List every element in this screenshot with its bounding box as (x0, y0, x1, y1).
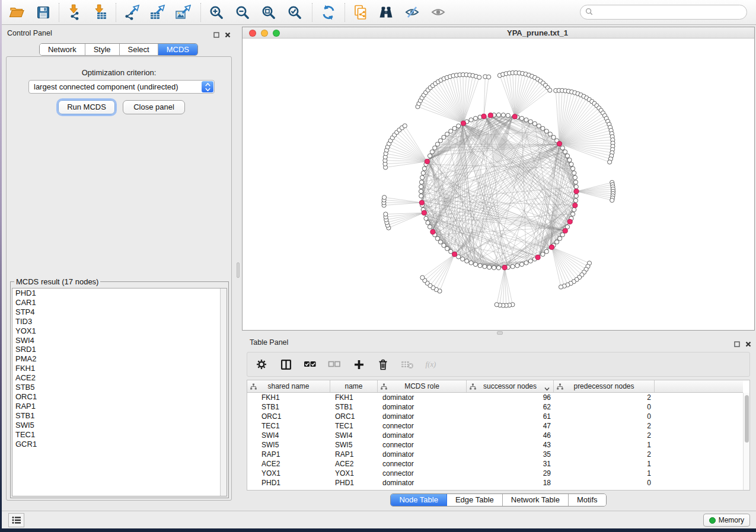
mcds-result-item[interactable]: RAP1 (12, 402, 227, 411)
show-graphics-icon[interactable] (430, 4, 448, 21)
export-table-icon[interactable] (148, 4, 166, 21)
cell-successor-nodes: 96 (467, 393, 554, 402)
tab-mcds[interactable]: MCDS (158, 44, 197, 55)
vertical-splitter[interactable] (235, 25, 241, 511)
delete-icon[interactable] (376, 357, 390, 371)
mcds-result-box: MCDS result (17 nodes) PHD1CAR1STP4TID3Y… (10, 277, 229, 498)
tab-motifs[interactable]: Motifs (569, 494, 606, 506)
tab-select[interactable]: Select (120, 44, 158, 55)
mcds-result-item[interactable]: SWI4 (12, 336, 227, 345)
delete-column-icon (400, 357, 414, 371)
column-header-shared-name[interactable]: shared name (247, 380, 330, 392)
window-zoom-button[interactable] (273, 30, 280, 37)
cell-shared-name: SWI4 (247, 431, 330, 440)
mcds-result-item[interactable]: SWI5 (12, 421, 227, 430)
float-panel-icon[interactable] (734, 339, 740, 350)
import-network-icon[interactable] (65, 4, 82, 21)
mcds-result-item[interactable]: YOX1 (12, 326, 227, 336)
table-scrollbar[interactable] (743, 393, 749, 490)
network-window-titlebar[interactable]: YPA_prune.txt_1 (243, 27, 754, 39)
search-input[interactable] (596, 8, 738, 17)
export-image-icon[interactable] (174, 4, 192, 21)
mcds-result-item[interactable]: TID3 (12, 317, 227, 326)
optimization-criterion-label: Optimization criterion: (7, 68, 231, 77)
tab-network[interactable]: Network (40, 44, 85, 55)
run-mcds-button[interactable]: Run MCDS (58, 100, 115, 114)
cell-MCDS-role: connector (378, 459, 467, 469)
table-row[interactable]: ACE2ACE2connector311 (247, 459, 743, 469)
mcds-result-item[interactable]: ORC1 (12, 392, 227, 402)
dropdown-stepper-icon (202, 81, 213, 92)
column-header-name[interactable]: name (330, 380, 378, 392)
application-window: Control Panel NetworkStyleSelectMCDS Opt… (2, 0, 756, 528)
hide-graphics-icon[interactable] (404, 4, 422, 21)
close-panel-button[interactable]: Close panel (123, 100, 185, 114)
search-icon (585, 7, 593, 18)
mcds-list-scrollbar[interactable] (220, 289, 227, 496)
close-panel-icon[interactable] (225, 30, 231, 40)
column-header-successor-nodes[interactable]: successor nodes (467, 380, 554, 392)
mcds-result-item[interactable]: STB5 (12, 383, 227, 392)
tab-network-table[interactable]: Network Table (503, 494, 569, 506)
import-table-icon[interactable] (91, 4, 109, 21)
mcds-result-list[interactable]: PHD1CAR1STP4TID3YOX1SWI4SRD1PMA2FKH1ACE2… (12, 288, 227, 496)
mcds-result-item[interactable]: PMA2 (12, 354, 227, 364)
tab-node-table[interactable]: Node Table (391, 494, 447, 506)
zoom-fit-icon[interactable] (260, 4, 277, 21)
column-header-predecessor-nodes[interactable]: predecessor nodes (554, 380, 655, 392)
refresh-icon[interactable] (320, 4, 337, 21)
mcds-result-item[interactable]: TEC1 (12, 430, 227, 440)
mcds-result-item[interactable]: STP4 (12, 307, 227, 317)
add-icon[interactable] (352, 357, 366, 371)
cell-shared-name: SWI5 (247, 440, 330, 450)
network-canvas[interactable] (243, 39, 754, 330)
window-close-button[interactable] (249, 30, 256, 37)
mcds-result-item[interactable]: PHD1 (12, 289, 227, 298)
share-document-icon[interactable] (352, 4, 369, 21)
mcds-tab-content: Optimization criterion: largest connecte… (6, 56, 232, 501)
cell-name: RAP1 (330, 450, 378, 459)
open-file-icon[interactable] (8, 4, 25, 21)
save-icon[interactable] (34, 4, 52, 21)
binoculars-icon[interactable] (377, 4, 395, 21)
table-row[interactable]: YOX1YOX1connector291 (247, 469, 743, 478)
mcds-result-item[interactable]: SRD1 (12, 345, 227, 354)
cell-predecessor-nodes: 1 (554, 469, 655, 478)
mcds-result-title: MCDS result (17 nodes) (14, 277, 100, 286)
select-all-icon[interactable] (303, 357, 317, 371)
zoom-selected-icon[interactable] (286, 4, 304, 21)
zoom-out-icon[interactable] (234, 4, 251, 21)
table-row[interactable]: SWI5SWI5connector431 (247, 440, 743, 450)
zoom-in-icon[interactable] (208, 4, 225, 21)
table-row[interactable]: TEC1TEC1connector472 (247, 421, 743, 431)
task-history-button[interactable] (8, 513, 24, 527)
float-panel-icon[interactable] (213, 30, 219, 40)
table-row[interactable]: STB1STB1dominator620 (247, 402, 743, 412)
column-header-MCDS-role[interactable]: MCDS role (378, 380, 467, 392)
mcds-result-item[interactable]: FKH1 (12, 364, 227, 373)
cell-successor-nodes: 62 (467, 402, 554, 412)
columns-icon[interactable] (279, 357, 293, 371)
table-settings-icon[interactable] (254, 357, 269, 371)
mcds-result-item[interactable]: CAR1 (12, 298, 227, 307)
mcds-result-item[interactable]: ACE2 (12, 373, 227, 383)
cell-name: SWI5 (330, 440, 378, 450)
table-row[interactable]: ORC1ORC1dominator610 (247, 412, 743, 421)
memory-button[interactable]: Memory (703, 514, 750, 527)
export-network-icon[interactable] (123, 4, 141, 21)
mcds-result-item[interactable]: STB1 (12, 411, 227, 421)
horizontal-splitter[interactable] (241, 331, 756, 335)
mcds-result-item[interactable]: GCR1 (12, 440, 227, 449)
column-type-icon (381, 383, 387, 392)
criterion-dropdown[interactable]: largest connected component (undirected) (28, 80, 215, 94)
close-panel-icon[interactable] (745, 339, 751, 350)
table-row[interactable]: PHD1PHD1dominator180 (247, 478, 743, 488)
table-row[interactable]: RAP1RAP1dominator352 (247, 450, 743, 459)
tab-style[interactable]: Style (85, 44, 120, 55)
cell-successor-nodes: 46 (467, 431, 554, 440)
table-row[interactable]: SWI4SWI4dominator462 (247, 431, 743, 440)
unselect-all-icon[interactable] (327, 357, 342, 371)
tab-edge-table[interactable]: Edge Table (447, 494, 503, 506)
window-minimize-button[interactable] (261, 30, 268, 37)
table-row[interactable]: FKH1FKH1dominator962 (247, 393, 743, 402)
